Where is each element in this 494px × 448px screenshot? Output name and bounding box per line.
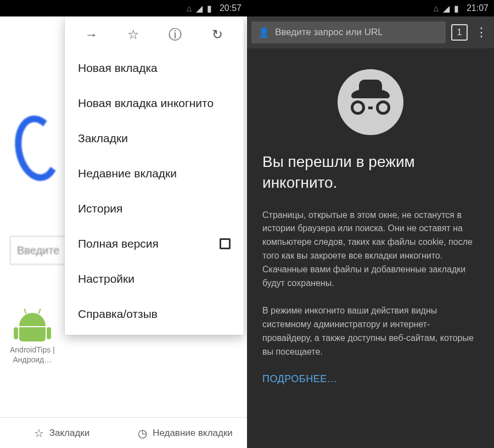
search-input[interactable]: Введите (10, 236, 70, 265)
star-icon: ☆ (34, 427, 44, 440)
most-visited-tile[interactable]: AndroidTips | Андроид… (10, 313, 55, 365)
tabs-button[interactable]: 1 (451, 24, 468, 41)
bottom-recent[interactable]: ◷ Недавние вкладки (124, 427, 247, 440)
menu-item-label: Недавние вкладки (78, 167, 177, 180)
url-placeholder: Введите запрос или URL (275, 27, 383, 38)
tile-label-line2: Андроид… (10, 355, 55, 365)
menu-history[interactable]: История (65, 191, 244, 226)
status-time: 20:57 (220, 3, 242, 13)
hat-icon (351, 89, 390, 98)
incognito-paragraph-2: В режиме инкогнито ваши действия видны с… (262, 304, 479, 359)
incognito-title: Вы перешли в режим инкогнито. (262, 152, 479, 193)
empty-signal-icon: △ (187, 4, 192, 12)
menu-item-label: Закладки (78, 132, 128, 145)
tile-label-line1: AndroidTips | (10, 345, 55, 355)
overflow-menu-icon[interactable]: ⋮ (473, 25, 490, 40)
search-placeholder: Введите (17, 244, 59, 257)
menu-item-label: История (78, 202, 122, 215)
right-screenshot: △ ◢ ▮ 21:07 👤 Введите запрос или URL 1 ⋮… (247, 0, 494, 448)
status-bar: △ ◢ ▮ 21:07 (247, 0, 494, 16)
glasses-icon (351, 100, 390, 115)
menu-help[interactable]: Справка/отзыв (65, 296, 244, 332)
url-field[interactable]: 👤 Введите запрос или URL (251, 21, 446, 43)
clock-icon: ◷ (138, 427, 147, 440)
bottom-recent-label: Недавние вкладки (153, 428, 233, 439)
empty-signal-icon: △ (434, 4, 439, 12)
battery-icon: ▮ (454, 3, 459, 14)
incognito-page: Вы перешли в режим инкогнито. Страницы, … (247, 48, 494, 448)
incognito-paragraph-1: Страницы, открытые в этом окне, не остан… (262, 209, 479, 290)
signal-icon: ◢ (443, 3, 450, 14)
info-icon[interactable]: ⓘ (168, 27, 182, 42)
status-time: 21:07 (467, 3, 489, 13)
tabs-count: 1 (457, 27, 462, 37)
menu-recent-tabs[interactable]: Недавние вкладки (65, 156, 244, 191)
battery-icon: ▮ (207, 3, 212, 14)
bottom-bookmarks-label: Закладки (49, 428, 90, 439)
menu-item-label: Справка/отзыв (78, 307, 158, 321)
incognito-badge-icon: 👤 (258, 27, 270, 38)
menu-item-label: Новая вкладка (78, 61, 158, 75)
menu-bookmarks[interactable]: Закладки (65, 121, 244, 156)
menu-desktop-site[interactable]: Полная версия (65, 226, 244, 261)
menu-new-tab[interactable]: Новая вкладка (65, 51, 244, 86)
incognito-icon (338, 69, 403, 135)
bookmark-star-icon[interactable]: ☆ (126, 27, 141, 42)
omnibar: 👤 Введите запрос или URL 1 ⋮ (247, 16, 494, 48)
checkbox-unchecked-icon[interactable] (220, 238, 231, 249)
overflow-menu: → ☆ ⓘ ↻ Новая вкладка Новая вкладка инко… (65, 16, 244, 335)
forward-icon[interactable]: → (84, 27, 98, 42)
reload-icon[interactable]: ↻ (210, 27, 224, 42)
learn-more-link[interactable]: ПОДРОБНЕЕ… (262, 373, 479, 385)
left-screenshot: △ ◢ ▮ 20:57 Введите AndroidTips | Андрои… (0, 0, 247, 448)
menu-icon-row: → ☆ ⓘ ↻ (65, 16, 244, 51)
status-bar: △ ◢ ▮ 20:57 (0, 0, 247, 16)
chrome-home: Введите AndroidTips | Андроид… ☆ Закладк… (0, 16, 247, 448)
menu-item-label: Полная версия (78, 237, 159, 250)
bottom-bookmarks[interactable]: ☆ Закладки (0, 427, 124, 440)
android-icon (19, 313, 46, 326)
menu-item-label: Настройки (78, 272, 134, 285)
signal-icon: ◢ (196, 3, 203, 14)
menu-settings[interactable]: Настройки (65, 261, 244, 296)
bottom-bar: ☆ Закладки ◷ Недавние вкладки (0, 417, 247, 448)
menu-item-label: Новая вкладка инкогнито (78, 97, 214, 110)
google-logo-fragment (10, 112, 65, 184)
menu-new-incognito[interactable]: Новая вкладка инкогнито (65, 86, 244, 121)
